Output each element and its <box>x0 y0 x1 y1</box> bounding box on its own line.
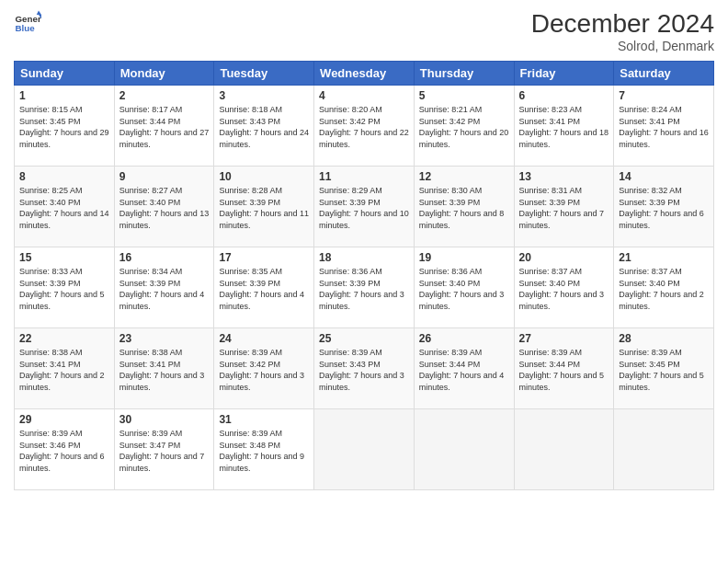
day-info: Sunrise: 8:17 AM Sunset: 3:44 PM Dayligh… <box>119 104 210 150</box>
day-cell-15: 15 Sunrise: 8:33 AM Sunset: 3:39 PM Dayl… <box>15 247 115 328</box>
day-info: Sunrise: 8:23 AM Sunset: 3:41 PM Dayligh… <box>519 104 609 150</box>
day-cell-28: 28 Sunrise: 8:39 AM Sunset: 3:45 PM Dayl… <box>614 328 714 409</box>
day-number: 8 <box>19 170 109 183</box>
day-number: 18 <box>319 251 409 264</box>
day-info: Sunrise: 8:18 AM Sunset: 3:43 PM Dayligh… <box>219 104 309 150</box>
day-cell-6: 6 Sunrise: 8:23 AM Sunset: 3:41 PM Dayli… <box>514 86 614 167</box>
day-cell-23: 23 Sunrise: 8:38 AM Sunset: 3:41 PM Dayl… <box>114 328 214 409</box>
day-number: 28 <box>619 332 709 345</box>
day-cell-31: 31 Sunrise: 8:39 AM Sunset: 3:48 PM Dayl… <box>214 409 314 490</box>
day-cell-22: 22 Sunrise: 8:38 AM Sunset: 3:41 PM Dayl… <box>15 328 115 409</box>
col-tuesday: Tuesday <box>214 62 314 86</box>
col-thursday: Thursday <box>414 62 514 86</box>
day-number: 9 <box>119 170 210 183</box>
calendar-week-2: 8 Sunrise: 8:25 AM Sunset: 3:40 PM Dayli… <box>15 167 714 247</box>
day-number: 20 <box>519 251 609 264</box>
day-info: Sunrise: 8:39 AM Sunset: 3:44 PM Dayligh… <box>419 347 509 393</box>
day-cell-5: 5 Sunrise: 8:21 AM Sunset: 3:42 PM Dayli… <box>414 86 514 167</box>
day-number: 29 <box>19 413 109 426</box>
day-number: 14 <box>619 170 709 183</box>
day-cell-25: 25 Sunrise: 8:39 AM Sunset: 3:43 PM Dayl… <box>314 328 415 409</box>
day-info: Sunrise: 8:30 AM Sunset: 3:39 PM Dayligh… <box>419 185 509 231</box>
day-number: 22 <box>19 332 109 345</box>
day-info: Sunrise: 8:39 AM Sunset: 3:47 PM Dayligh… <box>119 428 210 474</box>
day-number: 27 <box>519 332 609 345</box>
day-number: 17 <box>219 251 309 264</box>
day-number: 25 <box>319 332 409 345</box>
day-info: Sunrise: 8:24 AM Sunset: 3:41 PM Dayligh… <box>619 104 709 150</box>
day-number: 13 <box>519 170 609 183</box>
day-cell-12: 12 Sunrise: 8:30 AM Sunset: 3:39 PM Dayl… <box>414 167 514 247</box>
logo-icon: General Blue <box>14 9 41 37</box>
empty-cell <box>614 409 714 490</box>
svg-marker-2 <box>37 11 41 16</box>
col-sunday: Sunday <box>15 62 115 86</box>
day-number: 31 <box>219 413 309 426</box>
col-friday: Friday <box>514 62 614 86</box>
day-number: 16 <box>119 251 210 264</box>
day-info: Sunrise: 8:28 AM Sunset: 3:39 PM Dayligh… <box>219 185 309 231</box>
day-number: 7 <box>619 89 709 102</box>
day-cell-30: 30 Sunrise: 8:39 AM Sunset: 3:47 PM Dayl… <box>114 409 214 490</box>
day-cell-10: 10 Sunrise: 8:28 AM Sunset: 3:39 PM Dayl… <box>214 167 314 247</box>
day-number: 5 <box>419 89 509 102</box>
day-cell-9: 9 Sunrise: 8:27 AM Sunset: 3:40 PM Dayli… <box>114 167 214 247</box>
calendar-week-4: 22 Sunrise: 8:38 AM Sunset: 3:41 PM Dayl… <box>15 328 714 409</box>
day-info: Sunrise: 8:32 AM Sunset: 3:39 PM Dayligh… <box>619 185 709 231</box>
day-info: Sunrise: 8:37 AM Sunset: 3:40 PM Dayligh… <box>519 266 609 312</box>
day-cell-11: 11 Sunrise: 8:29 AM Sunset: 3:39 PM Dayl… <box>314 167 415 247</box>
day-info: Sunrise: 8:39 AM Sunset: 3:45 PM Dayligh… <box>619 347 709 393</box>
day-info: Sunrise: 8:39 AM Sunset: 3:43 PM Dayligh… <box>319 347 409 393</box>
col-saturday: Saturday <box>614 62 714 86</box>
day-info: Sunrise: 8:39 AM Sunset: 3:42 PM Dayligh… <box>219 347 309 393</box>
day-cell-24: 24 Sunrise: 8:39 AM Sunset: 3:42 PM Dayl… <box>214 328 314 409</box>
day-cell-4: 4 Sunrise: 8:20 AM Sunset: 3:42 PM Dayli… <box>314 86 415 167</box>
day-info: Sunrise: 8:36 AM Sunset: 3:39 PM Dayligh… <box>319 266 409 312</box>
day-cell-27: 27 Sunrise: 8:39 AM Sunset: 3:44 PM Dayl… <box>514 328 614 409</box>
col-wednesday: Wednesday <box>314 62 415 86</box>
day-number: 2 <box>119 89 210 102</box>
day-number: 3 <box>219 89 309 102</box>
day-number: 23 <box>119 332 210 345</box>
day-cell-2: 2 Sunrise: 8:17 AM Sunset: 3:44 PM Dayli… <box>114 86 214 167</box>
header: General Blue December 2024 Solrod, Denma… <box>14 9 714 53</box>
day-number: 21 <box>619 251 709 264</box>
day-number: 19 <box>419 251 509 264</box>
day-number: 24 <box>219 332 309 345</box>
day-cell-18: 18 Sunrise: 8:36 AM Sunset: 3:39 PM Dayl… <box>314 247 415 328</box>
day-info: Sunrise: 8:39 AM Sunset: 3:46 PM Dayligh… <box>19 428 109 474</box>
day-cell-19: 19 Sunrise: 8:36 AM Sunset: 3:40 PM Dayl… <box>414 247 514 328</box>
day-number: 15 <box>19 251 109 264</box>
day-number: 1 <box>19 89 109 102</box>
day-info: Sunrise: 8:25 AM Sunset: 3:40 PM Dayligh… <box>19 185 109 231</box>
day-info: Sunrise: 8:29 AM Sunset: 3:39 PM Dayligh… <box>319 185 409 231</box>
subtitle: Solrod, Denmark <box>531 39 714 53</box>
day-cell-13: 13 Sunrise: 8:31 AM Sunset: 3:39 PM Dayl… <box>514 167 614 247</box>
day-number: 11 <box>319 170 409 183</box>
day-info: Sunrise: 8:38 AM Sunset: 3:41 PM Dayligh… <box>119 347 210 393</box>
day-cell-26: 26 Sunrise: 8:39 AM Sunset: 3:44 PM Dayl… <box>414 328 514 409</box>
svg-text:Blue: Blue <box>16 23 36 33</box>
calendar-week-5: 29 Sunrise: 8:39 AM Sunset: 3:46 PM Dayl… <box>15 409 714 490</box>
day-info: Sunrise: 8:39 AM Sunset: 3:48 PM Dayligh… <box>219 428 309 474</box>
empty-cell <box>514 409 614 490</box>
title-block: December 2024 Solrod, Denmark <box>531 9 714 53</box>
day-cell-17: 17 Sunrise: 8:35 AM Sunset: 3:39 PM Dayl… <box>214 247 314 328</box>
day-info: Sunrise: 8:35 AM Sunset: 3:39 PM Dayligh… <box>219 266 309 312</box>
svg-text:General: General <box>16 14 42 24</box>
day-info: Sunrise: 8:38 AM Sunset: 3:41 PM Dayligh… <box>19 347 109 393</box>
empty-cell <box>414 409 514 490</box>
day-info: Sunrise: 8:36 AM Sunset: 3:40 PM Dayligh… <box>419 266 509 312</box>
day-number: 30 <box>119 413 210 426</box>
calendar-week-1: 1 Sunrise: 8:15 AM Sunset: 3:45 PM Dayli… <box>15 86 714 167</box>
logo: General Blue <box>14 9 41 37</box>
day-info: Sunrise: 8:20 AM Sunset: 3:42 PM Dayligh… <box>319 104 409 150</box>
day-cell-29: 29 Sunrise: 8:39 AM Sunset: 3:46 PM Dayl… <box>15 409 115 490</box>
calendar-week-3: 15 Sunrise: 8:33 AM Sunset: 3:39 PM Dayl… <box>15 247 714 328</box>
day-cell-20: 20 Sunrise: 8:37 AM Sunset: 3:40 PM Dayl… <box>514 247 614 328</box>
day-info: Sunrise: 8:27 AM Sunset: 3:40 PM Dayligh… <box>119 185 210 231</box>
day-cell-3: 3 Sunrise: 8:18 AM Sunset: 3:43 PM Dayli… <box>214 86 314 167</box>
day-cell-7: 7 Sunrise: 8:24 AM Sunset: 3:41 PM Dayli… <box>614 86 714 167</box>
day-info: Sunrise: 8:34 AM Sunset: 3:39 PM Dayligh… <box>119 266 210 312</box>
day-info: Sunrise: 8:21 AM Sunset: 3:42 PM Dayligh… <box>419 104 509 150</box>
